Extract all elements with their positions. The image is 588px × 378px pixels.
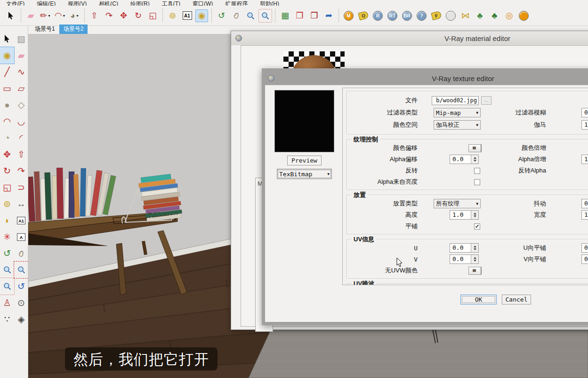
move-tool[interactable]: ✥	[0, 146, 14, 163]
zoom-tool[interactable]	[0, 262, 14, 278]
cancel-button[interactable]: Cancel	[502, 295, 531, 304]
scale-tool[interactable]: ◱	[146, 9, 159, 22]
pan-tool[interactable]	[14, 245, 28, 262]
paint-bucket-tool[interactable]: ◉	[195, 9, 208, 22]
select-tool[interactable]	[0, 31, 14, 47]
spinner[interactable]	[471, 255, 478, 263]
component-icon[interactable]: ▧	[14, 31, 28, 47]
circle-tool[interactable]: ●	[0, 97, 14, 113]
scale-tool[interactable]: ◱	[0, 179, 14, 196]
alpha-from-intensity-checkbox[interactable]	[474, 179, 480, 185]
vray-infinite-plane-icon[interactable]: ⋈	[459, 9, 472, 22]
v-field[interactable]: 0.0	[450, 255, 479, 264]
menu-item-4[interactable]: 相机(C)	[93, 0, 124, 6]
spinner[interactable]	[471, 244, 478, 252]
preview-button[interactable]: Preview	[287, 156, 322, 165]
tape-measure-tool[interactable]: ⊚	[0, 196, 14, 212]
text-tool[interactable]: A1	[14, 212, 28, 229]
eraser-tool[interactable]: ▰	[24, 9, 37, 22]
eraser-tool[interactable]: ▰	[14, 47, 28, 64]
export-scene-icon[interactable]: ❐	[308, 9, 321, 22]
pushpull-tool[interactable]: ⇧	[14, 146, 28, 163]
export-model-icon[interactable]: ❐	[293, 9, 306, 22]
line-tool[interactable]: ╱	[0, 64, 14, 80]
menu-item-6[interactable]: 工具(T)	[156, 0, 186, 6]
circle-tool[interactable]: ◕▼	[68, 9, 81, 22]
select-tool[interactable]	[5, 9, 17, 22]
placement-type-dropdown[interactable]: 所有纹理 ▼	[434, 199, 481, 208]
paint-bucket-tool[interactable]: ◉	[0, 47, 14, 64]
zoom-extents-tool[interactable]	[0, 278, 14, 295]
walk-tool[interactable]: ∵	[0, 311, 14, 328]
pushpull-tool[interactable]: ⇧	[88, 9, 101, 22]
look-around-tool[interactable]: ⊙	[14, 295, 28, 311]
vray-material-editor-icon[interactable]: M	[342, 9, 355, 22]
menu-item-3[interactable]: 视图(V)	[62, 0, 93, 6]
vray-help-icon[interactable]: ?	[415, 9, 428, 22]
alpha-mult-field[interactable]: 1.0	[581, 155, 588, 164]
zoom-tool[interactable]	[244, 9, 257, 22]
three-point-arc-tool[interactable]: ◜	[14, 130, 28, 146]
orbit-tool[interactable]: ↺	[0, 245, 14, 262]
geo-location-icon[interactable]: ▦	[279, 9, 291, 22]
scene-tab-1[interactable]: 场景号1	[31, 25, 59, 34]
arc-tool[interactable]: ◠	[0, 113, 14, 130]
dropdown-arrow-icon[interactable]: ▼	[76, 14, 79, 17]
browse-button[interactable]: ...	[481, 96, 491, 105]
gamma-field[interactable]: 1.0	[581, 120, 588, 130]
rotate-tool[interactable]: ↻	[0, 163, 14, 179]
dimension-tool[interactable]: ↔	[14, 196, 28, 212]
pie-tool[interactable]: ◔	[0, 130, 14, 146]
filter-blur-field[interactable]: 0.1	[581, 108, 588, 117]
rectangle-tool[interactable]: ▭	[0, 80, 14, 97]
dropdown-arrow-icon[interactable]: ▼	[48, 14, 51, 17]
ok-button[interactable]: OK	[460, 295, 497, 304]
3d-text-tool[interactable]: A	[14, 229, 28, 245]
position-camera-tool[interactable]: ♙	[0, 295, 14, 311]
followme-tool[interactable]: ↷	[103, 9, 115, 22]
section-plane-tool[interactable]: ◈	[14, 311, 28, 328]
text-tool[interactable]: A1	[181, 9, 193, 22]
color-offset-button[interactable]	[468, 144, 482, 152]
vray-batch-render-icon[interactable]: BR	[401, 9, 413, 22]
width-field[interactable]: 1.0	[581, 210, 588, 220]
file-path-field[interactable]: b/wood02.jpg	[432, 96, 479, 105]
tile-checkbox[interactable]: ✓	[474, 223, 480, 230]
followme-tool[interactable]: ↷	[14, 163, 28, 179]
vray-proxy-export-icon[interactable]: ♣	[474, 9, 486, 22]
vray-frame-buffer-icon[interactable]: F	[430, 9, 443, 22]
menu-item-1[interactable]: 文件(F)	[0, 0, 31, 6]
texture-type-dropdown[interactable]: TexBitmap ▼	[277, 169, 332, 179]
u-tile-field[interactable]: 0	[581, 243, 588, 253]
spinner[interactable]	[471, 155, 478, 164]
no-uvw-color-button[interactable]	[468, 267, 482, 275]
spinner[interactable]	[471, 211, 478, 219]
axes-tool[interactable]: ✳	[0, 229, 14, 245]
scene-tab-2[interactable]: 场景号2	[59, 25, 88, 34]
rotate-tool[interactable]: ↻	[132, 9, 145, 22]
texture-editor-titlebar[interactable]: V-Ray texture editor	[265, 72, 588, 85]
height-field[interactable]: 1.0	[450, 210, 479, 220]
move-tool[interactable]: ✥	[117, 9, 130, 22]
jitter-field[interactable]: 0.0	[581, 199, 588, 208]
vray-sun-icon[interactable]: ◎	[503, 9, 516, 22]
vray-render-icon[interactable]: R	[371, 9, 384, 22]
tape-measure-tool[interactable]: ⊚	[166, 9, 179, 22]
menu-item-8[interactable]: 扩展程序	[219, 0, 254, 6]
menu-item-2[interactable]: 编辑(E)	[31, 0, 62, 6]
alpha-offset-field[interactable]: 0.0	[450, 155, 479, 164]
filter-type-dropdown[interactable]: Mip-map ▼	[434, 108, 481, 117]
two-point-arc-tool[interactable]: ◡	[14, 113, 28, 130]
offset-tool[interactable]: ⊃	[14, 179, 28, 196]
send-to-layout-icon[interactable]: ➦	[322, 9, 335, 22]
zoom-window-tool[interactable]	[14, 262, 28, 278]
u-field[interactable]: 0.0	[450, 243, 479, 253]
invert-checkbox[interactable]	[474, 168, 480, 174]
vray-dome-light-icon[interactable]	[517, 9, 530, 22]
freehand-tool[interactable]: ∿	[14, 64, 28, 80]
previous-view-tool[interactable]: ↺	[14, 278, 28, 295]
arc-tool[interactable]: ◠▼	[54, 9, 66, 22]
color-space-dropdown[interactable]: 伽马校正 ▼	[434, 120, 481, 130]
menu-item-7[interactable]: 窗口(W)	[186, 0, 219, 6]
v-tile-field[interactable]: 0	[581, 255, 588, 264]
